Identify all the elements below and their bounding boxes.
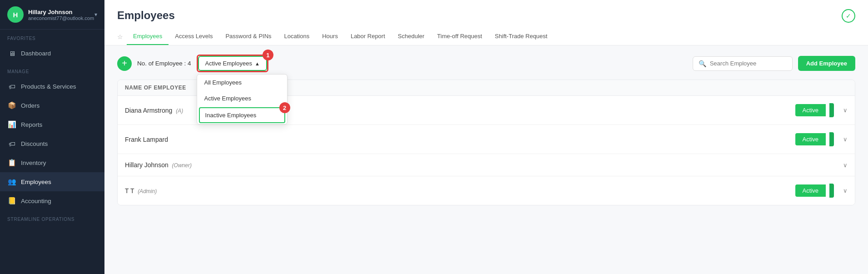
sidebar-item-orders[interactable]: 📦 Orders (0, 96, 104, 115)
filter-dropdown-annotation: Active Employees ▲ 1 (197, 55, 268, 72)
toggle-handle[interactable] (829, 184, 834, 198)
employee-name: Frank Lampard (125, 136, 795, 143)
row-actions: Active ∨ (795, 132, 848, 146)
products-icon: 🏷 (7, 82, 16, 91)
employee-role: (A) (176, 108, 183, 114)
toggle-handle[interactable] (829, 132, 834, 146)
search-box[interactable]: 🔍 (693, 56, 793, 71)
sidebar-item-label: Products & Services (21, 83, 76, 90)
tab-access-levels[interactable]: Access Levels (169, 28, 219, 45)
row-actions: Active ∨ (795, 103, 848, 117)
sidebar-section-streamline: STREAMLINE OPERATIONS (0, 210, 104, 224)
add-employee-button[interactable]: Add Employee (798, 56, 855, 71)
tab-hours[interactable]: Hours (316, 28, 344, 45)
avatar: H (7, 6, 24, 23)
tabs: ☆ Employees Access Levels Password & PIN… (117, 28, 855, 45)
col-header-name: NAME OF EMPLOYEE (125, 85, 186, 91)
tab-labor-report[interactable]: Labor Report (344, 28, 392, 45)
tab-scheduler[interactable]: Scheduler (392, 28, 431, 45)
employee-count: No. of Employee : 4 (137, 60, 191, 67)
tab-time-off-request[interactable]: Time-off Request (431, 28, 488, 45)
expand-row-icon[interactable]: ∨ (843, 162, 848, 169)
orders-icon: 📦 (7, 101, 16, 110)
sidebar-item-inventory[interactable]: 📋 Inventory (0, 153, 104, 172)
table-row: T T (Admin) Active ∨ (118, 176, 855, 205)
inventory-icon: 📋 (7, 158, 16, 167)
page-header: Employees ☆ Employees Access Levels Pass… (104, 0, 868, 45)
toolbar: + No. of Employee : 4 Active Employees ▲… (117, 55, 855, 72)
add-employee-circle-button[interactable]: + (117, 56, 132, 71)
filter-inactive-employees[interactable]: Inactive Employees (200, 108, 284, 122)
annotation-badge-1: 1 (263, 50, 273, 60)
filter-dropdown-menu: All Employees Active Employees Inactive … (197, 74, 288, 125)
filter-dropdown-button[interactable]: Active Employees ▲ (198, 56, 267, 71)
toolbar-right: 🔍 Add Employee (693, 56, 855, 71)
chevron-down-icon: ▾ (94, 11, 97, 18)
tab-password-pins[interactable]: Password & PINs (219, 28, 278, 45)
sidebar-item-label: Inventory (21, 159, 46, 166)
sidebar-item-label: Employees (21, 179, 51, 185)
row-actions: ∨ (838, 162, 848, 169)
sidebar-item-reports[interactable]: 📊 Reports (0, 115, 104, 134)
filter-all-employees[interactable]: All Employees (197, 75, 287, 90)
sidebar-user-name: Hillary Johnson (28, 9, 94, 15)
sidebar-item-products-services[interactable]: 🏷 Products & Services (0, 77, 104, 96)
sidebar-item-label: Orders (21, 102, 40, 109)
table-row: Hillary Johnson (Owner) ∨ (118, 154, 855, 176)
filter-label: Active Employees (205, 60, 252, 67)
filter-dropdown-wrapper: Active Employees ▲ 1 All Employees Activ… (197, 55, 268, 72)
sidebar-section-favorites: FAVORITES (0, 30, 104, 44)
discounts-icon: 🏷 (7, 139, 16, 148)
content-area: + No. of Employee : 4 Active Employees ▲… (104, 45, 868, 274)
filter-inactive-wrapper: Inactive Employees 2 (199, 107, 285, 123)
sidebar-item-label: Accounting (21, 198, 51, 204)
employee-name: Hillary Johnson (Owner) (125, 161, 838, 169)
chevron-up-icon: ▲ (255, 61, 260, 66)
toggle-handle[interactable] (829, 103, 834, 117)
sidebar-item-discounts[interactable]: 🏷 Discounts (0, 134, 104, 153)
status-active-button[interactable]: Active (795, 184, 826, 197)
tab-shift-trade-request[interactable]: Shift-Trade Request (488, 28, 554, 45)
table-row: Frank Lampard Active ∨ (118, 125, 855, 154)
sidebar-item-label: Discounts (21, 140, 48, 147)
sidebar-item-accounting[interactable]: 📒 Accounting (0, 191, 104, 210)
status-active-button[interactable]: Active (795, 104, 826, 116)
employee-name: T T (Admin) (125, 187, 795, 194)
search-input[interactable] (710, 60, 787, 67)
status-active-button[interactable]: Active (795, 133, 826, 145)
employee-role: (Owner) (172, 162, 192, 169)
main-content: Employees ☆ Employees Access Levels Pass… (104, 0, 868, 274)
sidebar-section-manage: MANAGE (0, 63, 104, 77)
sidebar-item-dashboard[interactable]: 🖥 Dashboard (0, 44, 104, 63)
sidebar-user-email: aneconomist77@outlook.com (28, 15, 94, 21)
collapse-button-area: ✓ (842, 9, 855, 23)
expand-row-icon[interactable]: ∨ (843, 187, 848, 194)
row-actions: Active ∨ (795, 184, 848, 198)
accounting-icon: 📒 (7, 196, 16, 205)
filter-active-employees[interactable]: Active Employees (197, 90, 287, 106)
annotation-badge-2: 2 (279, 102, 290, 113)
dashboard-icon: 🖥 (7, 49, 16, 58)
employee-role: (Admin) (138, 188, 157, 194)
expand-row-icon[interactable]: ∨ (843, 136, 848, 143)
favorite-star-icon[interactable]: ☆ (117, 33, 123, 40)
page-title: Employees (117, 9, 855, 22)
employees-icon: 👥 (7, 177, 16, 186)
tab-locations[interactable]: Locations (278, 28, 316, 45)
sidebar-user-info: Hillary Johnson aneconomist77@outlook.co… (28, 9, 94, 21)
reports-icon: 📊 (7, 120, 16, 129)
sidebar-user[interactable]: H Hillary Johnson aneconomist77@outlook.… (0, 0, 104, 30)
sidebar-item-employees[interactable]: 👥 Employees (0, 172, 104, 191)
collapse-icon[interactable]: ✓ (842, 9, 855, 23)
sidebar: H Hillary Johnson aneconomist77@outlook.… (0, 0, 104, 274)
sidebar-item-label: Reports (21, 121, 42, 128)
sidebar-item-label: Dashboard (21, 50, 51, 57)
tab-employees[interactable]: Employees (127, 28, 169, 45)
expand-row-icon[interactable]: ∨ (843, 107, 848, 114)
search-icon: 🔍 (699, 60, 706, 67)
